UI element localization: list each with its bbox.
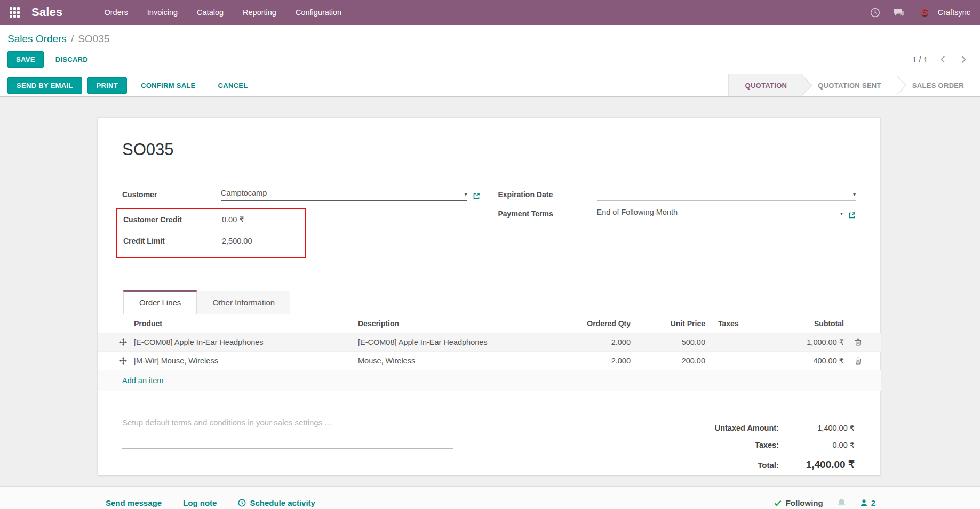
followers-counter[interactable]: 2 xyxy=(860,498,875,507)
followers-count: 2 xyxy=(871,498,875,507)
payment-terms-external-link-icon[interactable] xyxy=(848,212,856,219)
notification-bell-icon[interactable] xyxy=(837,498,846,508)
chevron-down-icon[interactable]: ▾ xyxy=(464,191,467,198)
cell-taxes[interactable] xyxy=(712,352,770,370)
add-item-row: Add an item xyxy=(98,370,881,391)
cell-product[interactable]: [M-Wir] Mouse, Wireless xyxy=(128,352,352,370)
cell-description[interactable]: [E-COM08] Apple In-Ear Headphones xyxy=(352,333,541,352)
cancel-button[interactable]: CANCEL xyxy=(210,78,257,93)
table-row[interactable]: [M-Wir] Mouse, Wireless Mouse, Wireless … xyxy=(98,352,881,370)
top-menu: Orders Invoicing Catalog Reporting Confi… xyxy=(105,8,342,17)
print-button[interactable]: PRINT xyxy=(87,77,128,94)
column-ordered-qty[interactable]: Ordered Qty xyxy=(541,314,637,333)
credit-limit-label: Credit Limit xyxy=(123,235,222,245)
log-note-link[interactable]: Log note xyxy=(183,498,217,507)
cell-ordered-qty[interactable]: 2.000 xyxy=(541,333,637,352)
credit-limit-value: 2,500.00 xyxy=(222,235,252,245)
send-message-link[interactable]: Send message xyxy=(106,498,162,507)
top-navbar: Sales Orders Invoicing Catalog Reporting… xyxy=(0,0,980,25)
order-title: SO035 xyxy=(122,140,856,159)
payment-terms-value[interactable]: End of Following Month xyxy=(597,208,836,217)
menu-catalog[interactable]: Catalog xyxy=(197,8,224,17)
delete-line-icon[interactable] xyxy=(850,333,881,352)
menu-configuration[interactable]: Configuration xyxy=(296,8,341,17)
sheet-bottom-zone: Untaxed Amount: 1,400.00 ₹ Taxes: 0.00 ₹… xyxy=(122,417,856,475)
cell-ordered-qty[interactable]: 2.000 xyxy=(541,352,637,370)
payment-terms-input[interactable]: End of Following Month ▾ xyxy=(597,208,843,220)
user-name[interactable]: Craftsync xyxy=(938,8,970,17)
confirm-sale-button[interactable]: CONFIRM SALE xyxy=(132,78,204,93)
customer-input[interactable]: Camptocamp ▾ xyxy=(221,189,467,201)
customer-credit-value: 0.00 ₹ xyxy=(222,214,244,224)
handle-column-header xyxy=(98,314,128,333)
total-value: 1,400.00 ₹ xyxy=(795,458,855,471)
schedule-activity-link[interactable]: Schedule activity xyxy=(238,498,315,507)
cell-description[interactable]: Mouse, Wireless xyxy=(352,352,541,370)
sales-order-page: Sales Orders Invoicing Catalog Reporting… xyxy=(0,0,980,509)
cell-unit-price[interactable]: 500.00 xyxy=(637,333,712,352)
discard-button[interactable]: DISCARD xyxy=(48,52,95,67)
delete-line-icon[interactable] xyxy=(850,352,881,370)
total-row: Total: 1,400.00 ₹ xyxy=(678,454,856,475)
cell-unit-price[interactable]: 200.00 xyxy=(637,352,712,370)
person-icon xyxy=(860,499,868,507)
terms-and-conditions-input[interactable] xyxy=(122,417,453,449)
menu-reporting[interactable]: Reporting xyxy=(243,8,276,17)
statusbar: QUOTATION QUOTATION SENT SALES ORDER xyxy=(728,74,980,96)
column-taxes[interactable]: Taxes xyxy=(712,314,770,333)
column-unit-price[interactable]: Unit Price xyxy=(637,314,712,333)
pager-next-icon[interactable] xyxy=(959,56,966,63)
check-icon xyxy=(774,500,782,506)
tab-order-lines[interactable]: Order Lines xyxy=(123,290,197,314)
expiration-date-value[interactable] xyxy=(597,189,849,198)
totals-block: Untaxed Amount: 1,400.00 ₹ Taxes: 0.00 ₹… xyxy=(678,419,856,475)
user-avatar-logo[interactable]: S xyxy=(918,6,931,19)
customer-label: Customer xyxy=(122,189,221,199)
notebook-tabs: Order Lines Other Information xyxy=(98,290,880,314)
send-by-email-button[interactable]: SEND BY EMAIL xyxy=(7,77,82,94)
pager-previous-icon[interactable] xyxy=(941,56,947,63)
untaxed-amount-row: Untaxed Amount: 1,400.00 ₹ xyxy=(678,419,856,437)
add-an-item-link[interactable]: Add an item xyxy=(122,376,163,385)
activities-clock-icon[interactable] xyxy=(870,7,880,18)
tab-other-information[interactable]: Other Information xyxy=(197,291,290,314)
form-sheet: SO035 Customer Camptocamp ▾ Customer Cr xyxy=(98,117,880,475)
menu-invoicing[interactable]: Invoicing xyxy=(147,8,178,17)
following-button[interactable]: Following xyxy=(774,498,823,507)
order-lines-table: Product Description Ordered Qty Unit Pri… xyxy=(98,314,881,391)
apps-menu-icon[interactable] xyxy=(10,7,20,18)
chevron-down-icon[interactable]: ▾ xyxy=(840,210,843,217)
status-sales-order[interactable]: SALES ORDER xyxy=(896,74,980,96)
save-button[interactable]: SAVE xyxy=(7,51,44,68)
customer-value[interactable]: Camptocamp xyxy=(221,189,460,198)
column-subtotal[interactable]: Subtotal xyxy=(770,314,850,333)
customer-external-link-icon[interactable] xyxy=(473,192,480,200)
menu-orders[interactable]: Orders xyxy=(105,8,128,17)
breadcrumb-sales-orders[interactable]: Sales Orders xyxy=(7,33,67,44)
status-quotation[interactable]: QUOTATION xyxy=(729,74,803,96)
cell-taxes[interactable] xyxy=(712,333,770,352)
cell-product[interactable]: [E-COM08] Apple In-Ear Headphones xyxy=(128,333,352,352)
chatter-actions: Send message Log note Schedule activity xyxy=(106,498,315,507)
app-title[interactable]: Sales xyxy=(31,5,63,19)
chevron-down-icon[interactable]: ▾ xyxy=(853,191,856,198)
status-quotation-sent[interactable]: QUOTATION SENT xyxy=(802,74,897,96)
drag-handle-icon[interactable] xyxy=(98,352,128,370)
column-description[interactable]: Description xyxy=(352,314,541,333)
cell-subtotal: 1,000.00 ₹ xyxy=(770,333,850,352)
drag-handle-icon[interactable] xyxy=(98,333,128,352)
breadcrumb-separator: / xyxy=(71,33,74,44)
expiration-date-row: Expiration Date ▾ xyxy=(498,189,856,203)
customer-credit-row: Customer Credit 0.00 ₹ xyxy=(123,214,298,228)
chatter-follow-group: Following 2 xyxy=(774,498,875,508)
table-row[interactable]: [E-COM08] Apple In-Ear Headphones [E-COM… xyxy=(98,333,881,352)
customer-credit-label: Customer Credit xyxy=(123,214,222,224)
action-bar: SEND BY EMAIL PRINT CONFIRM SALE CANCEL … xyxy=(0,74,980,97)
breadcrumb-current: SO035 xyxy=(78,33,109,44)
taxes-label: Taxes: xyxy=(755,441,779,449)
messages-icon[interactable] xyxy=(893,7,905,18)
pager: 1 / 1 xyxy=(912,55,973,64)
expiration-date-input[interactable]: ▾ xyxy=(597,189,856,201)
form-left-column: Customer Camptocamp ▾ Customer Credit 0.… xyxy=(122,189,480,258)
column-product[interactable]: Product xyxy=(128,314,352,333)
